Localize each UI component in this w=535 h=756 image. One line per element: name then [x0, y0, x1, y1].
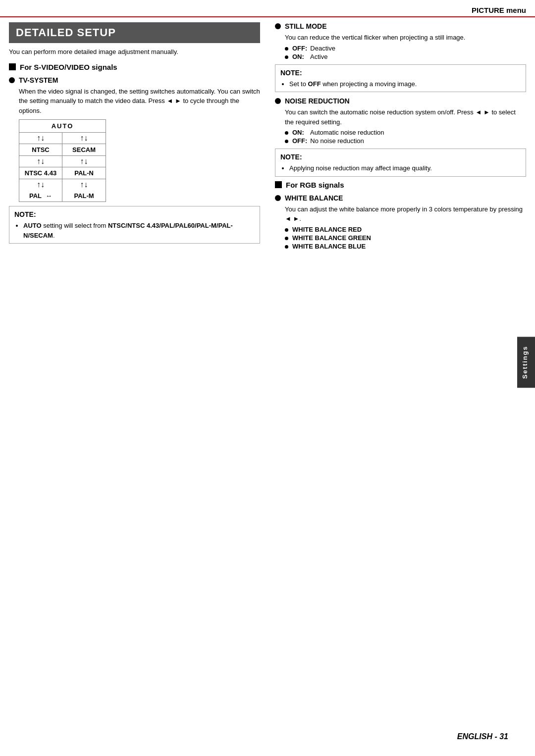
noise-reduction-on-label: ON: — [292, 129, 307, 136]
noise-reduction-note-text: Applying noise reduction may affect imag… — [289, 164, 432, 172]
still-mode-off-value: Deactive — [310, 45, 335, 52]
white-balance-blue-dot — [285, 245, 288, 249]
diagram-pal: PAL ↔ — [19, 190, 62, 202]
tv-system-note-title: NOTE: — [14, 209, 255, 220]
noise-reduction-on-dot — [285, 131, 288, 135]
diagram-arrows-top-right: ↑↓ — [62, 133, 106, 144]
detailed-setup-description: You can perform more detailed image adju… — [9, 47, 260, 57]
diagram-ntsc: NTSC — [19, 144, 62, 156]
still-mode-on-label: ON: — [292, 53, 307, 60]
page-number-value: 31 — [499, 732, 508, 741]
white-balance-green-dot — [285, 237, 288, 240]
right-column: STILL MODE You can reduce the vertical f… — [275, 17, 526, 251]
white-balance-description: You can adjust the white balance more pr… — [285, 204, 526, 224]
white-balance-blue: WHITE BALANCE BLUE — [285, 243, 526, 250]
still-mode-off-label: OFF: — [292, 45, 307, 52]
diagram-arrows-mid-left: ↑↓ — [19, 156, 62, 167]
tv-system-diagram: AUTO ↑↓ ↑↓ NTSC SECAM ↑↓ ↑↓ NTSC 4.43 PA… — [19, 119, 260, 202]
noise-reduction-off-dot — [285, 140, 288, 143]
tv-diagram-grid: AUTO ↑↓ ↑↓ NTSC SECAM ↑↓ ↑↓ NTSC 4.43 PA… — [19, 119, 106, 202]
tv-system-note-text: AUTO setting will select from NTSC/NTSC … — [23, 222, 233, 239]
diagram-secam: SECAM — [62, 144, 106, 156]
noise-reduction-off: OFF: No noise reduction — [285, 137, 526, 145]
diagram-arrows-bot-right: ↑↓ — [62, 179, 106, 190]
svideo-section-header: For S-VIDEO/VIDEO signals — [9, 63, 260, 71]
diagram-arrows-bot-left: ↑↓ — [19, 179, 62, 190]
noise-reduction-header: NOISE REDUCTION — [275, 97, 526, 105]
diagram-paln: PAL-N — [62, 167, 106, 179]
noise-reduction-options: ON: Automatic noise reduction OFF: No no… — [285, 129, 526, 145]
noise-reduction-note-title: NOTE: — [280, 152, 521, 162]
white-balance-green-label: WHITE BALANCE GREEN — [292, 234, 371, 242]
still-mode-note-list: Set to OFF when projecting a moving imag… — [289, 79, 521, 89]
diagram-arrows-mid-right: ↑↓ — [62, 156, 106, 167]
noise-reduction-off-value: No noise reduction — [310, 137, 364, 145]
noise-reduction-note-list: Applying noise reduction may affect imag… — [289, 163, 521, 173]
noise-reduction-note: NOTE: Applying noise reduction may affec… — [275, 149, 526, 177]
white-balance-red-label: WHITE BALANCE RED — [292, 226, 362, 233]
white-balance-red: WHITE BALANCE RED — [285, 226, 526, 233]
left-column: DETAILED SETUP You can perform more deta… — [9, 17, 260, 251]
still-mode-options: OFF: Deactive ON: Active — [285, 45, 526, 60]
page-number-english: ENGLISH — [457, 732, 492, 741]
right-top-content: STILL MODE You can reduce the vertical f… — [275, 22, 526, 250]
noise-reduction-on: ON: Automatic noise reduction — [285, 129, 526, 136]
noise-reduction-on-value: Automatic noise reduction — [310, 129, 384, 136]
still-mode-on-dot — [285, 55, 288, 59]
tv-system-note-list: AUTO setting will select from NTSC/NTSC … — [23, 221, 255, 240]
settings-side-tab: Settings — [517, 337, 535, 388]
white-balance-header: WHITE BALANCE — [275, 194, 526, 202]
white-balance-red-dot — [285, 228, 288, 232]
main-content: DETAILED SETUP You can perform more deta… — [0, 17, 535, 251]
still-mode-header: STILL MODE — [275, 22, 526, 30]
still-mode-on-value: Active — [310, 53, 327, 60]
page-number-separator: - — [494, 732, 499, 741]
white-balance-green: WHITE BALANCE GREEN — [285, 234, 526, 242]
rgb-section-header: For RGB signals — [275, 181, 526, 189]
detailed-setup-title: DETAILED SETUP — [9, 22, 260, 43]
tv-system-description: When the video signal is changed, the se… — [19, 87, 260, 116]
noise-reduction-description: You can switch the automatic noise reduc… — [285, 107, 526, 127]
still-mode-off-dot — [285, 47, 288, 50]
still-mode-off: OFF: Deactive — [285, 45, 526, 52]
still-mode-note-text: Set to OFF when projecting a moving imag… — [289, 80, 417, 88]
still-mode-on: ON: Active — [285, 53, 526, 60]
diagram-auto: AUTO — [19, 120, 106, 133]
noise-reduction-off-label: OFF: — [292, 137, 307, 145]
diagram-arrows-top-left: ↑↓ — [19, 133, 62, 144]
diagram-palm: PAL-M — [62, 190, 106, 202]
picture-menu-header: PICTURE menu — [0, 0, 535, 17]
still-mode-note-title: NOTE: — [280, 68, 521, 78]
page-number: ENGLISH - 31 — [457, 732, 508, 741]
tv-system-header: TV-SYSTEM — [9, 76, 260, 84]
white-balance-blue-label: WHITE BALANCE BLUE — [292, 243, 366, 250]
tv-system-note: NOTE: AUTO setting will select from NTSC… — [9, 206, 260, 244]
still-mode-note: NOTE: Set to OFF when projecting a movin… — [275, 64, 526, 93]
still-mode-description: You can reduce the vertical flicker when… — [285, 33, 526, 43]
diagram-ntsc443: NTSC 4.43 — [19, 167, 62, 179]
white-balance-items: WHITE BALANCE RED WHITE BALANCE GREEN WH… — [285, 226, 526, 250]
